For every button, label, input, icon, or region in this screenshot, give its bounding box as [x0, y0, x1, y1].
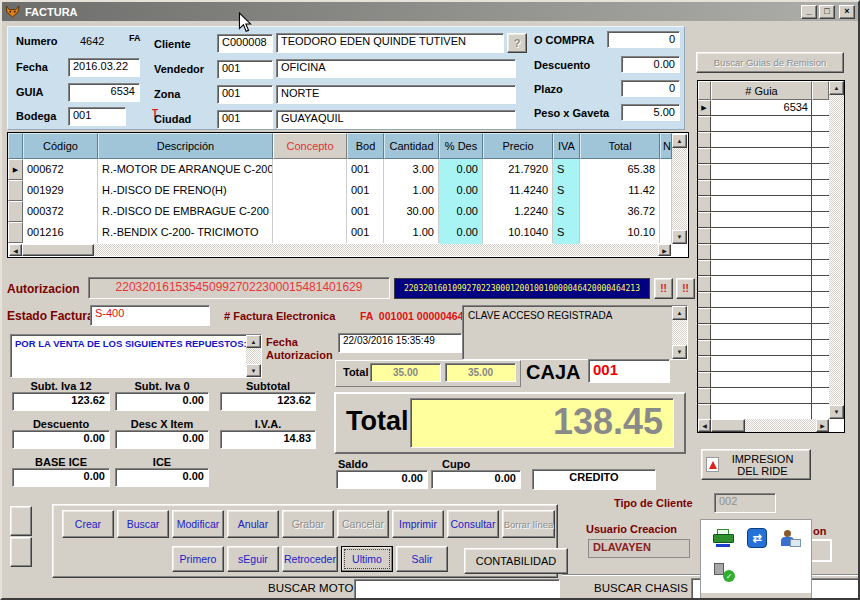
cliente-nombre-input[interactable]: TEODORO EDEN QUINDE TUTIVEN	[276, 33, 504, 53]
col-precio[interactable]: Precio	[483, 133, 553, 159]
guia-row[interactable]	[698, 116, 829, 132]
guia-row[interactable]	[698, 260, 829, 276]
guia-row[interactable]	[698, 372, 829, 388]
detalle-horizontal-scrollbar[interactable]: ◀ ▶	[9, 244, 671, 256]
impresion-ride-button[interactable]: IMPRESION DEL RIDE	[701, 449, 811, 480]
seguir-button[interactable]: sEguir	[227, 546, 279, 572]
row-selector[interactable]	[698, 244, 711, 259]
cell[interactable]	[812, 228, 829, 243]
close-button[interactable]: ×	[839, 5, 855, 19]
cell-descripcion[interactable]: R.-DISCO DE EMBRAGUE C-200	[98, 201, 273, 222]
row-selector[interactable]	[698, 356, 711, 371]
cell-pdes[interactable]: 0.00	[439, 159, 483, 180]
row-selector[interactable]	[8, 222, 23, 243]
cell-guia[interactable]	[711, 292, 812, 307]
cell-guia[interactable]	[711, 308, 812, 323]
fecha-autorizacion-input[interactable]: 22/03/2016 15:35:49	[338, 333, 462, 353]
guia-vertical-scrollbar[interactable]: ▲ ▼	[829, 81, 844, 419]
mini-button-1[interactable]	[10, 506, 32, 536]
cliente-lookup-button[interactable]: ?	[507, 33, 527, 53]
title-bar[interactable]: FACTURA _ □ ×	[2, 2, 858, 21]
scroll-track[interactable]	[246, 348, 261, 364]
zona-nombre-input[interactable]: NORTE	[276, 85, 516, 104]
col-pdes[interactable]: % Des	[439, 133, 483, 159]
row-selector[interactable]: ▶	[698, 100, 711, 115]
cell-guia[interactable]	[711, 180, 812, 195]
cell-guia[interactable]	[711, 404, 812, 419]
cell-total[interactable]: 11.42	[580, 180, 660, 201]
cell-iva[interactable]: S	[553, 222, 580, 243]
guia-row[interactable]	[698, 388, 829, 404]
scroll-down-button[interactable]: ▼	[829, 405, 844, 419]
guia-row[interactable]: ▶ 6534	[698, 100, 829, 116]
cell-descripcion[interactable]: H.-DISCO DE FRENO(H)	[98, 180, 273, 201]
guia-row[interactable]	[698, 276, 829, 292]
guia-horizontal-scrollbar[interactable]: ◀ ▶	[698, 419, 829, 432]
scroll-right-button[interactable]: ▶	[658, 244, 671, 256]
col-bod[interactable]: Bod	[347, 133, 384, 159]
alerta-button-1[interactable]: !!	[654, 278, 673, 299]
row-selector[interactable]	[698, 324, 711, 339]
buscar-guias-button[interactable]: Buscar Guias de Remision	[696, 52, 844, 73]
mini-button-2[interactable]	[10, 537, 32, 567]
guia-input[interactable]: 6534	[68, 83, 140, 102]
cell-codigo[interactable]: 000372	[23, 201, 98, 222]
detalle-row[interactable]: 000372 R.-DISCO DE EMBRAGUE C-200 001 30…	[8, 201, 672, 222]
cell[interactable]	[812, 276, 829, 291]
cell-precio[interactable]: 10.1040	[483, 222, 553, 243]
col-iva[interactable]: IVA	[553, 133, 580, 159]
cell-concepto[interactable]	[273, 222, 347, 243]
row-selector[interactable]	[698, 196, 711, 211]
cell-codigo[interactable]: 000672	[23, 159, 98, 180]
clave-scrollbar[interactable]: ▲ ▼	[672, 306, 687, 359]
cell-descripcion[interactable]: R.-BENDIX C-200- TRICIMOTO	[98, 222, 273, 243]
maximize-button[interactable]: □	[819, 5, 835, 19]
col-concepto[interactable]: Concepto	[273, 133, 347, 159]
buscar-motor-input[interactable]	[354, 579, 560, 599]
scroll-down-button[interactable]: ▼	[672, 345, 687, 359]
row-selector[interactable]	[698, 148, 711, 163]
cell[interactable]	[812, 180, 829, 195]
ciudad-nombre-input[interactable]: GUAYAQUIL	[276, 110, 516, 129]
row-selector[interactable]	[698, 404, 711, 419]
guia-row[interactable]	[698, 308, 829, 324]
ocompra-input[interactable]: 0	[607, 31, 680, 48]
col-descripcion[interactable]: Descripción	[98, 133, 273, 159]
cell-guia[interactable]	[711, 276, 812, 291]
cell-guia[interactable]	[711, 148, 812, 163]
usb-safely-remove-icon[interactable]: ✓	[713, 562, 735, 582]
guia-row[interactable]	[698, 148, 829, 164]
autorizacion-numero-field[interactable]: 2203201615354509927022300015481401629	[88, 277, 390, 299]
scroll-up-button[interactable]: ▲	[246, 335, 261, 348]
cell[interactable]	[812, 388, 829, 403]
cell[interactable]	[812, 164, 829, 179]
cell-iva[interactable]: S	[553, 180, 580, 201]
cell-precio[interactable]: 21.7920	[483, 159, 553, 180]
ultimo-button[interactable]: Ultimo	[341, 546, 393, 572]
retroceder-button[interactable]: Retroceder	[282, 546, 338, 572]
scroll-right-button[interactable]: ▶	[816, 419, 829, 432]
plazo-input[interactable]: 0	[621, 80, 680, 97]
bodega-input[interactable]: 001	[68, 107, 126, 126]
row-selector[interactable]	[698, 340, 711, 355]
row-selector[interactable]	[698, 260, 711, 275]
cell[interactable]	[812, 148, 829, 163]
cell-guia[interactable]	[711, 260, 812, 275]
consultar-button[interactable]: Consultar	[447, 510, 499, 538]
row-selector[interactable]	[8, 180, 23, 201]
cell-pdes[interactable]: 0.00	[439, 222, 483, 243]
minimize-button[interactable]: _	[801, 5, 817, 19]
cell-total[interactable]: 36.72	[580, 201, 660, 222]
cell-cantidad[interactable]: 30.00	[384, 201, 439, 222]
guia-row[interactable]	[698, 180, 829, 196]
detalle-vertical-scrollbar[interactable]: ▲ ▼	[672, 134, 687, 244]
row-selector[interactable]	[698, 372, 711, 387]
cell-total[interactable]: 65.38	[580, 159, 660, 180]
cell-guia[interactable]	[711, 116, 812, 131]
cell-guia[interactable]: 6534	[711, 100, 812, 115]
hp-printer-icon[interactable]	[713, 528, 737, 548]
cell-guia[interactable]	[711, 164, 812, 179]
row-selector[interactable]	[698, 212, 711, 227]
cell-guia[interactable]	[711, 372, 812, 387]
scroll-up-button[interactable]: ▲	[829, 81, 844, 95]
